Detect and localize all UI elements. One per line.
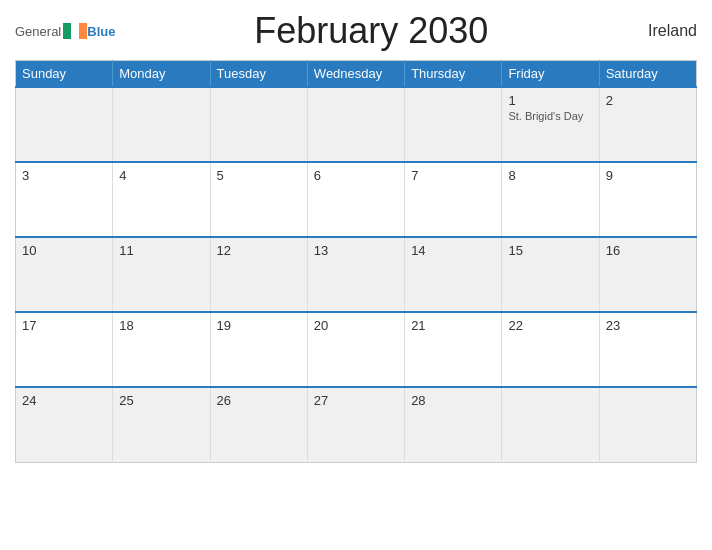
calendar-table: Sunday Monday Tuesday Wednesday Thursday… [15, 60, 697, 463]
day-number: 17 [22, 318, 106, 333]
calendar-cell [16, 87, 113, 162]
calendar-cell: 1St. Brigid's Day [502, 87, 599, 162]
calendar-cell [113, 87, 210, 162]
day-number: 15 [508, 243, 592, 258]
calendar-week-row: 3456789 [16, 162, 697, 237]
day-number: 9 [606, 168, 690, 183]
day-number: 8 [508, 168, 592, 183]
day-number: 26 [217, 393, 301, 408]
header-thursday: Thursday [405, 61, 502, 88]
weekday-header-row: Sunday Monday Tuesday Wednesday Thursday… [16, 61, 697, 88]
day-number: 13 [314, 243, 398, 258]
calendar-cell: 9 [599, 162, 696, 237]
header-friday: Friday [502, 61, 599, 88]
logo-blue-text: Blue [87, 24, 115, 39]
day-number: 20 [314, 318, 398, 333]
calendar-cell: 4 [113, 162, 210, 237]
calendar-cell: 6 [307, 162, 404, 237]
day-number: 19 [217, 318, 301, 333]
calendar-cell: 14 [405, 237, 502, 312]
day-event: St. Brigid's Day [508, 110, 592, 122]
calendar-cell: 17 [16, 312, 113, 387]
calendar-cell [210, 87, 307, 162]
calendar-week-row: 10111213141516 [16, 237, 697, 312]
day-number: 12 [217, 243, 301, 258]
day-number: 22 [508, 318, 592, 333]
calendar-cell: 15 [502, 237, 599, 312]
header-tuesday: Tuesday [210, 61, 307, 88]
calendar-cell [405, 87, 502, 162]
calendar-cell: 22 [502, 312, 599, 387]
day-number: 25 [119, 393, 203, 408]
svg-rect-2 [79, 23, 87, 39]
day-number: 18 [119, 318, 203, 333]
calendar-cell: 11 [113, 237, 210, 312]
day-number: 7 [411, 168, 495, 183]
header-sunday: Sunday [16, 61, 113, 88]
calendar-cell: 24 [16, 387, 113, 462]
day-number: 24 [22, 393, 106, 408]
calendar-cell: 13 [307, 237, 404, 312]
logo-flag-icon [63, 23, 87, 39]
calendar-cell: 21 [405, 312, 502, 387]
day-number: 27 [314, 393, 398, 408]
calendar-cell: 3 [16, 162, 113, 237]
day-number: 14 [411, 243, 495, 258]
calendar-cell: 26 [210, 387, 307, 462]
svg-rect-1 [71, 23, 79, 39]
calendar-week-row: 2425262728 [16, 387, 697, 462]
day-number: 16 [606, 243, 690, 258]
day-number: 1 [508, 93, 592, 108]
day-number: 28 [411, 393, 495, 408]
calendar-cell [307, 87, 404, 162]
day-number: 6 [314, 168, 398, 183]
calendar-cell: 19 [210, 312, 307, 387]
calendar-cell: 23 [599, 312, 696, 387]
calendar-week-row: 1St. Brigid's Day2 [16, 87, 697, 162]
calendar-cell: 18 [113, 312, 210, 387]
calendar-cell: 16 [599, 237, 696, 312]
calendar-cell: 5 [210, 162, 307, 237]
logo-general-text: General [15, 24, 61, 39]
calendar-cell: 28 [405, 387, 502, 462]
day-number: 21 [411, 318, 495, 333]
header-monday: Monday [113, 61, 210, 88]
day-number: 2 [606, 93, 690, 108]
calendar-cell: 7 [405, 162, 502, 237]
header-saturday: Saturday [599, 61, 696, 88]
calendar-week-row: 17181920212223 [16, 312, 697, 387]
calendar-cell: 12 [210, 237, 307, 312]
calendar-cell [599, 387, 696, 462]
day-number: 5 [217, 168, 301, 183]
calendar-cell: 2 [599, 87, 696, 162]
logo: General Blue [15, 23, 115, 39]
country-label: Ireland [627, 22, 697, 40]
day-number: 10 [22, 243, 106, 258]
calendar-cell: 20 [307, 312, 404, 387]
calendar-cell: 27 [307, 387, 404, 462]
day-number: 23 [606, 318, 690, 333]
calendar-title: February 2030 [115, 10, 627, 52]
day-number: 3 [22, 168, 106, 183]
calendar-cell: 10 [16, 237, 113, 312]
day-number: 4 [119, 168, 203, 183]
header-wednesday: Wednesday [307, 61, 404, 88]
calendar-container: General Blue February 2030 Ireland Sunda… [0, 0, 712, 550]
calendar-cell: 25 [113, 387, 210, 462]
calendar-cell: 8 [502, 162, 599, 237]
day-number: 11 [119, 243, 203, 258]
calendar-header: General Blue February 2030 Ireland [15, 10, 697, 52]
calendar-cell [502, 387, 599, 462]
